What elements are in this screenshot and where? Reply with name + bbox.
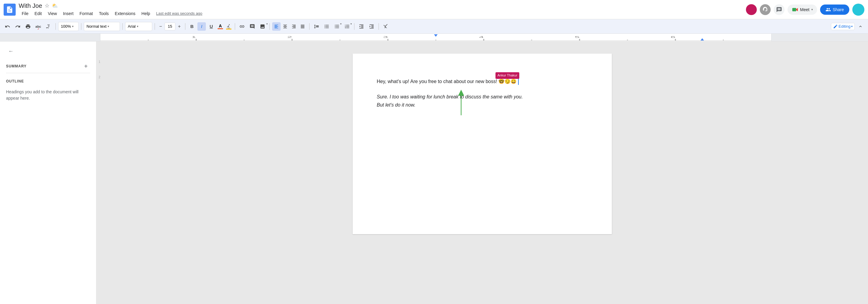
bold-button[interactable]: B [188,22,196,31]
collaborator-avatar-gray[interactable] [760,4,771,15]
separator-10 [378,23,379,30]
font-size-display[interactable]: 15 [164,23,176,30]
summary-section-header: SUMMARY + [6,60,90,73]
collaborator-cursor-container: Ankur Thakur [517,79,519,84]
sidebar-back-button[interactable]: ← [6,46,16,56]
menu-extensions[interactable]: Extensions [112,10,138,17]
doc-paragraph-2[interactable]: Sure. I too was waiting for lunch break … [377,93,588,109]
document-page[interactable]: Hey, what's up! Are you free to chat abo… [352,54,612,234]
decrease-font-button[interactable]: − [157,23,164,30]
paragraph-2-text-1: Sure. I too was waiting for lunch break … [377,94,523,99]
svg-text:2: 2 [287,36,292,38]
menu-help[interactable]: Help [138,10,153,17]
menu-insert[interactable]: Insert [60,10,76,17]
zoom-value: 100% [61,24,71,29]
indent-less-button[interactable] [357,22,366,31]
print-button[interactable] [24,22,33,31]
clear-format-button[interactable] [381,22,390,31]
increase-font-button[interactable]: + [176,23,183,30]
zoom-chevron: ▾ [72,25,73,28]
style-chevron: ▾ [107,25,109,28]
numbered-list-button[interactable]: ▾ [343,22,352,31]
collapse-toolbar-button[interactable] [856,22,865,31]
app-icon[interactable] [4,4,16,15]
line-spacing-button[interactable] [312,22,321,31]
paint-format-button[interactable] [44,22,53,31]
checklist-button[interactable] [322,22,331,31]
insert-comment-button[interactable] [248,22,257,31]
text-color-icon: A [219,24,222,28]
ruler: 1 2 3 4 5 6 [0,34,868,41]
align-center-button[interactable] [281,22,289,31]
green-annotation-arrow [452,90,470,117]
highlight-icon [226,23,231,29]
user-avatar[interactable] [852,4,864,15]
highlight-color-bar [226,29,231,30]
svg-text:4: 4 [479,36,484,38]
collaborator-avatar-pink[interactable] [746,4,757,15]
add-summary-button[interactable]: + [82,62,90,70]
font-value: Arial [128,24,135,29]
align-left-button[interactable] [272,22,281,31]
font-selector[interactable]: Arial ▾ [125,22,152,31]
meet-label: Meet [800,7,809,12]
svg-text:3: 3 [383,36,388,38]
underline-button[interactable]: U [207,22,216,31]
indent-more-button[interactable] [367,22,376,31]
toolbar: abc ✓ 100% ▾ Normal text ▾ Arial ▾ − 15 … [0,19,868,34]
undo-button[interactable] [3,22,12,31]
text-cursor [518,79,519,85]
spellcheck-button[interactable]: abc ✓ [34,22,43,31]
separator-2 [81,23,82,30]
star-icon[interactable]: ☆ [44,2,50,9]
redo-button[interactable] [13,22,22,31]
outline-label: OUTLINE [6,79,90,83]
insert-link-button[interactable] [238,22,247,31]
svg-marker-1 [796,8,798,11]
top-bar: With Joe ☆ ⛅ File Edit View Insert Forma… [0,0,868,19]
doc-title[interactable]: With Joe [19,2,42,9]
menu-edit[interactable]: Edit [32,10,45,17]
share-button[interactable]: Share [820,4,849,15]
alignment-group [272,22,307,31]
style-selector[interactable]: Normal text ▾ [84,22,120,31]
menu-view[interactable]: View [45,10,60,17]
doc-paragraph-1[interactable]: Hey, what's up! Are you free to chat abo… [377,78,588,86]
text-color-bar [218,28,223,29]
sidebar: ← SUMMARY + OUTLINE Headings you add to … [0,41,96,304]
svg-text:6: 6 [671,36,675,38]
separator-8 [309,23,310,30]
zoom-selector[interactable]: 100% ▾ [58,22,79,31]
editing-mode-button[interactable]: Editing ▾ [831,23,855,30]
text-color-button[interactable]: A [217,23,224,30]
margin-num-1: 1 [98,60,100,64]
menu-tools[interactable]: Tools [96,10,112,17]
collaborator-name-label: Ankur Thakur [495,72,520,79]
outline-description: Headings you add to the document will ap… [6,89,90,101]
separator-6 [235,23,235,30]
chat-button[interactable] [774,4,784,15]
margin-num-2: 2 [98,75,100,79]
share-label: Share [833,7,844,12]
menu-format[interactable]: Format [76,10,96,17]
svg-text:1: 1 [191,36,196,38]
summary-label: SUMMARY [6,64,27,68]
editing-mode-label: Editing [838,24,850,29]
style-value: Normal text [87,24,106,29]
svg-rect-2 [46,27,48,28]
align-justify-button[interactable] [299,22,307,31]
insert-image-button[interactable]: ▾ [258,22,267,31]
meet-button[interactable]: Meet ▾ [787,4,817,15]
menu-file[interactable]: File [19,10,32,17]
meet-chevron: ▾ [811,8,813,11]
main-content: ← SUMMARY + OUTLINE Headings you add to … [0,41,868,304]
document-scroll-area[interactable]: 1 2 Hey, what's up! Are you free to chat… [96,41,868,304]
align-right-button[interactable] [290,22,298,31]
italic-button[interactable]: I [197,22,206,31]
bullet-list-button[interactable]: ▾ [333,22,341,31]
separator-9 [354,23,354,30]
font-size-control: − 15 + [157,23,183,30]
editing-chevron: ▾ [851,25,852,28]
highlight-button[interactable] [225,23,232,30]
separator-5 [185,23,185,30]
